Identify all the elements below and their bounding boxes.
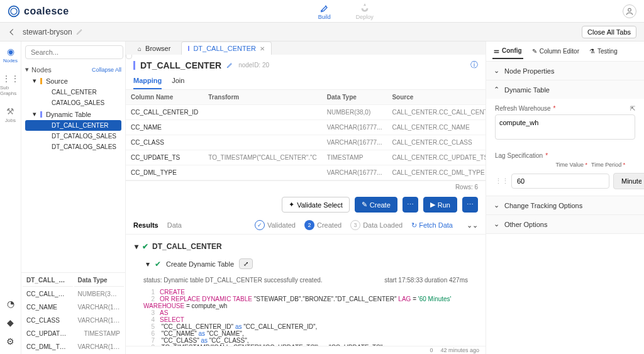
expand-button[interactable]: ⤢ (239, 258, 253, 269)
tree-section-dynamic[interactable]: ▾Dynamic Table (25, 108, 121, 120)
diamond-icon[interactable]: ◆ (7, 318, 14, 328)
mini-cell[interactable]: CC_UPDATE_TS (23, 328, 73, 340)
chevron-down-icon[interactable]: ▾ (146, 260, 150, 268)
tab-active-node[interactable]: DT_CALL_CENTER ✕ (181, 41, 272, 55)
node-type-indicator (133, 61, 135, 70)
close-tab-icon[interactable]: ✕ (260, 45, 265, 52)
back-arrow-icon[interactable] (8, 28, 16, 36)
other-options-accordion[interactable]: ⌄ Other Options (486, 215, 644, 233)
dynamic-table-accordion[interactable]: ⌃ Dynamic Table (486, 80, 644, 99)
footer-count: 0 (430, 347, 433, 353)
help-icon[interactable]: ⓘ (470, 60, 478, 70)
gear-icon[interactable]: ⚙ (6, 336, 14, 346)
grid-header[interactable]: Source (387, 90, 486, 105)
collapse-all-link[interactable]: Collapse All (92, 67, 121, 73)
sliders-icon: ⚌ (494, 47, 499, 54)
tree-item[interactable]: CALL_CENTER (25, 87, 121, 97)
fetch-data-link[interactable]: ↻ Fetch Data (411, 221, 453, 230)
home-icon: ⌂ (138, 45, 142, 52)
chevron-down-icon[interactable]: ▾ (25, 65, 29, 74)
create-more-button[interactable]: ⋯ (402, 197, 418, 213)
table-row[interactable]: CC_CALL_CENTER_IDNUMBER(38,0)CALL_CENTER… (126, 105, 486, 120)
status-text: status: Dynamic table DT_CALL_CENTER suc… (143, 277, 323, 284)
tree-search-input[interactable] (25, 45, 123, 59)
chevron-down-icon: ⌄ (494, 67, 499, 75)
grid-header[interactable]: Column Name (126, 90, 203, 105)
pencil-icon[interactable] (76, 28, 83, 35)
time-period-select[interactable]: Minutes (613, 173, 644, 189)
loaded-pill: 3Data Loaded (350, 220, 402, 230)
refresh-wh-label: Refresh Warehouse* ⇱ (495, 105, 635, 112)
tree-item[interactable]: CATALOG_SALES (25, 97, 121, 108)
drag-handle-icon[interactable]: ⋮⋮ (495, 177, 508, 185)
build-tool[interactable]: Build (318, 3, 331, 20)
play-icon: ▶ (430, 201, 435, 209)
mini-cell: TIMESTAMP (74, 328, 125, 340)
tab-browser[interactable]: ⌂ Browser (131, 41, 177, 55)
bell-icon[interactable]: ◔ (7, 299, 14, 309)
tree-section-source[interactable]: ▾Source (25, 75, 121, 87)
node-id: nodeID: 20 (238, 62, 269, 69)
grid-header[interactable]: Data Type (322, 90, 387, 105)
nodes-icon: ◉ (7, 47, 14, 57)
mini-cell: VARCHAR(167... (74, 314, 125, 326)
change-tracking-accordion[interactable]: ⌄ Change Tracking Options (486, 196, 644, 214)
lag-spec-label: Lag Specification* (495, 152, 635, 159)
validated-pill: ✓Validated (255, 220, 296, 230)
tree-item[interactable]: DT_CATALOG_SALES (25, 131, 121, 141)
sql-code: 1CREATE2OR REPLACE DYNAMIC TABLE "STEWAR… (135, 286, 477, 346)
create-button[interactable]: ✎ Create (355, 197, 397, 213)
mini-cell[interactable]: CC_DML_TYPE (23, 341, 73, 353)
result-node-title: DT_CALL_CENTER (152, 242, 222, 251)
mini-cell[interactable]: CC_CLASS (23, 314, 73, 326)
jobs-icon: ⚒ (6, 106, 14, 116)
column-editor-tab[interactable]: ✎Column Editor (531, 44, 580, 58)
svg-point-1 (628, 8, 631, 11)
deploy-tool[interactable]: Deploy (356, 3, 374, 20)
node-title: DT_CALL_CENTER (140, 60, 221, 70)
run-more-button[interactable]: ⋯ (462, 197, 478, 213)
subgraphs-rail[interactable]: ⋮⋮ Sub Graphs (0, 74, 21, 96)
mini-col-type: Data Type (74, 274, 125, 287)
mapping-tab[interactable]: Mapping (133, 73, 162, 89)
tree-item[interactable]: DT_CATALOG_SALES (25, 141, 121, 152)
nodes-rail[interactable]: ◉ Nodes (3, 47, 18, 64)
close-all-tabs-button[interactable]: Close All Tabs (582, 26, 636, 38)
table-row[interactable]: CC_NAMEVARCHAR(16777...CALL_CENTER.CC_NA… (126, 120, 486, 135)
run-button[interactable]: ▶ Run (423, 197, 457, 213)
chevron-down-icon[interactable]: ▾ (135, 242, 138, 251)
pencil-icon: ✎ (362, 201, 367, 209)
grid-header[interactable]: Transform (203, 90, 322, 105)
table-row[interactable]: CC_UPDATE_TSTO_TIMESTAMP("CALL_CENTER"."… (126, 150, 486, 165)
pencil-icon[interactable] (226, 62, 233, 69)
table-row[interactable]: CC_CLASSVARCHAR(16777...CALL_CENTER.CC_C… (126, 135, 486, 150)
external-link-icon[interactable]: ⇱ (630, 105, 635, 112)
deploy-icon (360, 3, 370, 13)
refresh-wh-input[interactable] (495, 114, 635, 140)
mini-cell: NUMBER(38,0) (74, 288, 125, 300)
tree-item-selected[interactable]: DT_CALL_CENTER (25, 120, 121, 131)
node-properties-accordion[interactable]: ⌄ Node Properties (486, 62, 644, 80)
validate-select-button[interactable]: ✦ Validate Select (282, 197, 350, 213)
collapse-icon[interactable]: ⌄⌄ (467, 221, 478, 230)
join-tab[interactable]: Join (172, 73, 184, 89)
table-row[interactable]: CC_DML_TYPEVARCHAR(16777...CALL_CENTER.C… (126, 165, 486, 180)
results-tab[interactable]: Results (133, 219, 158, 231)
breadcrumb: stewart-bryson (23, 28, 72, 36)
config-tab[interactable]: ⚌Config (492, 43, 523, 59)
chevron-up-icon: ⌃ (494, 86, 499, 94)
chevron-down-icon: ⌄ (494, 220, 499, 228)
time-value-input[interactable] (511, 174, 609, 189)
chevron-down-icon: ⌄ (494, 201, 499, 209)
jobs-rail[interactable]: ⚒ Jobs (5, 106, 16, 123)
mini-cell[interactable]: CC_CALL_CENT (23, 288, 73, 300)
testing-tab[interactable]: ⚗Testing (588, 44, 619, 58)
duration-text: start 17:58:33 duration 427ms (384, 277, 468, 284)
svg-point-0 (9, 6, 19, 16)
mini-cell: VARCHAR(167... (74, 341, 125, 353)
pencil-icon: ✎ (532, 48, 537, 55)
mini-cell[interactable]: CC_NAME (23, 301, 73, 313)
data-tab[interactable]: Data (167, 221, 182, 229)
user-avatar[interactable] (623, 4, 636, 18)
mini-col-name: DT_CALL_CENTER (23, 274, 73, 287)
